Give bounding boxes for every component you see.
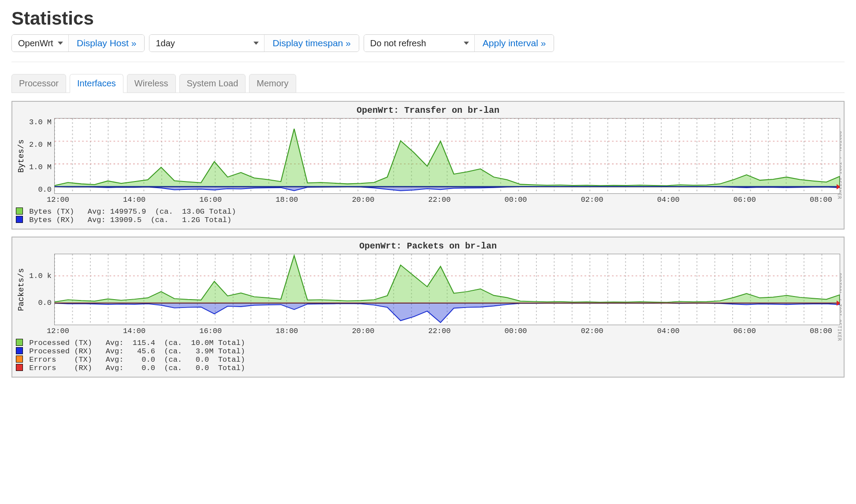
- tabs: ProcessorInterfacesWirelessSystem LoadMe…: [11, 74, 845, 93]
- page-title: Statistics: [11, 8, 845, 29]
- display-host-button[interactable]: Display Host »: [68, 35, 144, 52]
- legend-text: Errors (RX) Avg: 0.0 (ca. 0.0 Total): [25, 364, 245, 372]
- y-axis-label: Packets/s: [16, 254, 26, 325]
- legend-swatch: [16, 356, 23, 363]
- legend-text: Bytes (TX) Avg: 149975.9 (ca. 13.0G Tota…: [25, 208, 236, 216]
- host-select-wrap: OpenWrt: [12, 35, 68, 52]
- timespan-group: 1day Display timespan »: [149, 34, 359, 52]
- legend-swatch: [16, 208, 23, 215]
- timespan-select[interactable]: 1day: [149, 35, 264, 52]
- refresh-select-wrap: Do not refresh: [364, 35, 474, 52]
- y-axis-label: Bytes/s: [16, 118, 26, 194]
- tab-processor[interactable]: Processor: [11, 74, 66, 93]
- legend-text: Errors (TX) Avg: 0.0 (ca. 0.0 Total): [25, 356, 245, 364]
- stats-toolbar: OpenWrt Display Host » 1day Display time…: [11, 34, 845, 52]
- legend-text: Bytes (RX) Avg: 13909.5 (ca. 1.2G Total): [25, 216, 231, 224]
- x-axis-ticks: 12:0014:0016:0018:0020:0022:0000:0002:00…: [47, 325, 832, 335]
- divider: [11, 62, 845, 62]
- host-select[interactable]: OpenWrt: [12, 35, 68, 52]
- timespan-select-wrap: 1day: [149, 35, 264, 52]
- host-group: OpenWrt Display Host »: [11, 34, 145, 52]
- tab-memory[interactable]: Memory: [249, 74, 296, 93]
- display-timespan-button[interactable]: Display timespan »: [264, 35, 358, 52]
- chart-legend: Bytes (TX) Avg: 149975.9 (ca. 13.0G Tota…: [16, 208, 840, 224]
- apply-interval-button[interactable]: Apply interval »: [474, 35, 554, 52]
- legend-swatch: [16, 364, 23, 371]
- y-axis-ticks: 3.0 M2.0 M1.0 M0.0: [26, 118, 54, 194]
- plot-area: [54, 254, 840, 325]
- x-axis-ticks: 12:0014:0016:0018:0020:0022:0000:0002:00…: [47, 194, 832, 204]
- chart-packets: RRDTOOL / TOBI OETIKEROpenWrt: Packets o…: [11, 237, 845, 378]
- legend-swatch: [16, 216, 23, 223]
- legend-swatch: [16, 339, 23, 346]
- refresh-group: Do not refresh Apply interval »: [364, 34, 555, 52]
- axis-arrow-icon: [837, 300, 840, 306]
- refresh-select[interactable]: Do not refresh: [364, 35, 474, 52]
- tab-wireless[interactable]: Wireless: [127, 74, 176, 93]
- legend-text: Processed (TX) Avg: 115.4 (ca. 10.0M Tot…: [25, 339, 245, 347]
- tab-interfaces[interactable]: Interfaces: [70, 74, 123, 93]
- tab-system-load[interactable]: System Load: [179, 74, 246, 93]
- chart-title: OpenWrt: Packets on br-lan: [16, 241, 840, 251]
- chart-transfer: RRDTOOL / TOBI OETIKEROpenWrt: Transfer …: [11, 101, 845, 230]
- plot-area: [54, 118, 840, 194]
- legend-text: Processed (RX) Avg: 45.6 (ca. 3.9M Total…: [25, 347, 245, 356]
- y-axis-ticks: 1.0 k0.0: [26, 254, 54, 325]
- axis-arrow-icon: [837, 184, 840, 189]
- legend-swatch: [16, 347, 23, 354]
- chart-title: OpenWrt: Transfer on br-lan: [16, 105, 840, 115]
- chart-legend: Processed (TX) Avg: 115.4 (ca. 10.0M Tot…: [16, 339, 840, 372]
